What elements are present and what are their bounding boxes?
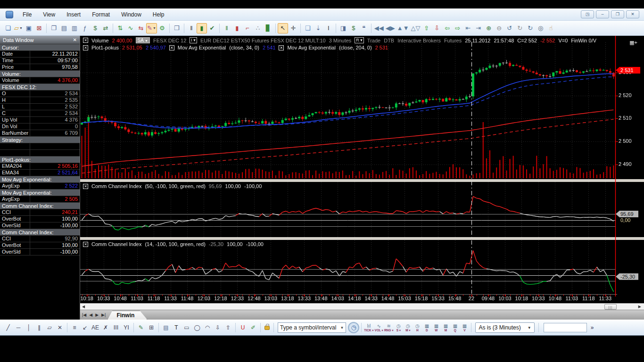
delete-page-button[interactable]: ⊠ [34, 23, 44, 33]
minimize-button[interactable]: – [596, 10, 609, 18]
restore-button[interactable]: ❐ [611, 10, 624, 18]
cycle-lines-tool[interactable]: ⅠⅠⅠ [111, 322, 121, 333]
insert-pane-icon[interactable]: ▦+ [629, 40, 637, 46]
interval-range-button[interactable]: ≋RNG ▾ [384, 321, 394, 334]
tab-finwin[interactable]: Finwin [107, 311, 147, 320]
header-option-box[interactable]: I ▾ [190, 37, 197, 43]
plot-visible-checkbox[interactable]: ✕ [279, 45, 284, 50]
plot-visible-checkbox[interactable]: ✕ [83, 45, 88, 50]
page-transfer-button[interactable]: ⇄ [100, 23, 111, 33]
note-box-tool[interactable]: ▤ [161, 322, 171, 333]
data-window-toggle-button[interactable]: ◨ [338, 23, 348, 33]
zoom-in-button[interactable]: ⊕ [484, 23, 494, 33]
fib-retracement-tool[interactable]: ≡ [69, 322, 80, 333]
trend-line-tool[interactable]: ╱ [3, 322, 13, 333]
freehand-pen-tool[interactable]: ✎ [136, 322, 146, 333]
interval-month-button[interactable]: ▦M [441, 321, 450, 334]
interval-day-button[interactable]: ▦D [422, 321, 431, 334]
timeframe-select[interactable]: As is (3 Minutes)▼ [475, 322, 534, 333]
interval-hour-button[interactable]: ◷H [413, 321, 422, 334]
symbol-lookup-button[interactable]: ◷ [348, 322, 359, 333]
tab-nav-button[interactable]: ◀ [89, 313, 92, 317]
arrow-down-tool[interactable]: ⇩ [213, 322, 223, 333]
dropdown-arrow-icon[interactable]: ▼ [19, 26, 23, 30]
chevron-down-icon[interactable]: ▼ [528, 326, 531, 330]
page-chart-button[interactable]: ❐ [49, 23, 59, 33]
menu-window[interactable]: Window [116, 10, 147, 19]
type-step-button[interactable]: ⌐ [242, 23, 253, 33]
parallel-lines-tool[interactable]: ∥ [34, 322, 44, 333]
open-folder-button[interactable]: ▱▼ [13, 23, 24, 33]
insert-indicator-button[interactable]: ⇅ [115, 23, 125, 33]
shift-right-button[interactable]: ⇨ [453, 23, 463, 33]
interval-volume-button[interactable]: ∿VOL ▾ [374, 321, 384, 334]
scale-down-button[interactable]: ⇩ [432, 23, 442, 33]
type-candle-button[interactable]: ▮ [232, 23, 242, 33]
scroll-thumb[interactable]: ||| [604, 304, 617, 310]
tab-nav-button[interactable]: ▶ [95, 313, 99, 317]
page-watchlist-button[interactable]: ▥ [69, 23, 80, 33]
chart-canvas[interactable] [80, 36, 644, 303]
session-badge[interactable]: SA ▼ [136, 37, 150, 43]
text-tool[interactable]: T [171, 322, 182, 333]
data-window-close-icon[interactable]: ✕ [73, 37, 77, 42]
interval-tick-button[interactable]: ǀıǀTICK ▾ [363, 321, 374, 334]
shift-left-button[interactable]: ⇦ [442, 23, 453, 33]
gann-line-tool[interactable]: ✗ [100, 322, 111, 333]
style-bars-button[interactable]: ‖ [186, 23, 197, 33]
style-candles-button[interactable]: ▮ [197, 23, 207, 33]
interval-seconds-button[interactable]: ◷S ▾ [394, 321, 403, 334]
vertical-segment-tool[interactable]: │ [24, 322, 34, 333]
draw-pencil-button[interactable]: ✎▼ [146, 23, 157, 33]
cross-line-tool[interactable]: ✕ [55, 322, 65, 333]
page-money-button[interactable]: $ [90, 23, 100, 33]
interval-quarter-button[interactable]: ▦Q [450, 321, 460, 334]
arrow-up-tool[interactable]: ⇧ [223, 322, 233, 333]
new-page-button[interactable]: ❏ [3, 23, 13, 33]
interval-year-button[interactable]: ▦V [460, 321, 469, 334]
menu-file[interactable]: File [17, 10, 37, 19]
callout-button[interactable]: ❑ [303, 23, 313, 33]
magnet-snap-tool[interactable]: U [238, 322, 248, 333]
header-option-box[interactable]: R ▾ [355, 37, 364, 43]
pan-hand-button[interactable]: ☝ [546, 23, 556, 33]
close-button[interactable]: ✕ [626, 10, 639, 18]
undo-button[interactable]: ↺ [504, 23, 515, 33]
tab-nav-button[interactable]: ▶| [101, 313, 106, 317]
fib-fan-tool[interactable]: ↙ [80, 322, 90, 333]
interval-minutes-button[interactable]: ◷M ▾ [403, 321, 413, 334]
menu-insert[interactable]: Insert [61, 10, 86, 19]
tab-nav-button[interactable]: |◀ [82, 313, 86, 317]
arc-tool[interactable]: ◠ [202, 322, 213, 333]
toolbar-overflow-chevron[interactable]: » [591, 324, 594, 331]
rectangle-tool[interactable]: ▭ [182, 322, 192, 333]
view-finder-button[interactable]: ◎ [536, 23, 546, 33]
redo-button[interactable]: ↻ [525, 23, 536, 33]
plot-visible-checkbox[interactable]: ✕ [83, 184, 88, 189]
type-ohlc-button[interactable]: ǁ [222, 23, 232, 33]
text-cursor-button[interactable]: I [323, 23, 334, 33]
data-window-titlebar[interactable]: Data Window ✕ [0, 36, 80, 44]
channel-tool[interactable]: ▱ [44, 322, 55, 333]
type-dots-button[interactable]: ∴ [253, 23, 263, 33]
trade-chart-button[interactable]: $ [348, 23, 359, 33]
page-formula-button[interactable]: ƒ [80, 23, 90, 33]
insert-curve-button[interactable]: ∿ [125, 23, 136, 33]
style-apply-button[interactable]: ✔ [207, 23, 217, 33]
ellipse-tool[interactable]: ◯ [192, 322, 202, 333]
horizontal-segment-tool[interactable]: ─ [13, 322, 24, 333]
quote-bubble-button[interactable]: ❝ [359, 23, 369, 33]
drop-marker-button[interactable]: ⇣ [313, 23, 323, 33]
pointer-tool-button[interactable]: ↖ [278, 23, 288, 33]
brush-tool[interactable]: ✐ [248, 322, 258, 333]
dropdown-arrow-icon[interactable]: ▼ [153, 26, 156, 30]
plot-visible-checkbox[interactable]: ✕ [169, 45, 174, 50]
menu-help[interactable]: Help [147, 10, 170, 19]
compress-vertical-button[interactable]: ▲▼ [396, 23, 410, 33]
crosshair-tool-button[interactable]: ✛ [288, 23, 298, 33]
symbol-interval-combo[interactable]: Type a symbol/interval▼ [278, 322, 346, 333]
popout-window-button[interactable]: ◳ [581, 10, 594, 18]
save-button[interactable]: ▣ [24, 23, 34, 33]
scroll-left-icon[interactable]: ◀ [82, 304, 85, 310]
page-table-button[interactable]: ▤ [59, 23, 69, 33]
